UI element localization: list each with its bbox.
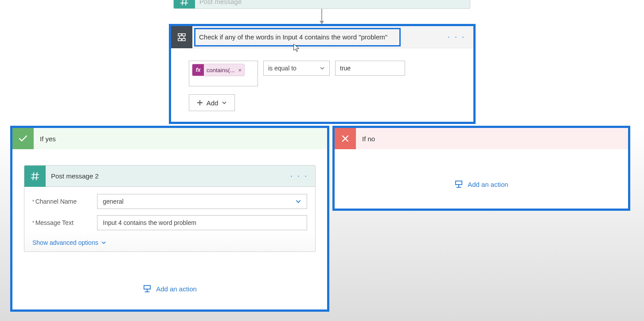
expression-pill[interactable]: fx contains(... ×: [192, 64, 245, 76]
condition-value-input[interactable]: true: [335, 61, 405, 76]
add-action-no-label: Add an action: [468, 181, 508, 188]
condition-title-input[interactable]: Check if any of the words in Input 4 con…: [194, 28, 401, 46]
condition-header[interactable]: Check if any of the words in Input 4 con…: [171, 26, 473, 48]
if-yes-header: If yes: [12, 128, 327, 149]
message-text-value: Input 4 contains the word problem: [103, 219, 196, 226]
add-label: Add: [207, 99, 219, 107]
chevron-down-icon: [222, 100, 227, 105]
connector-arrow: [321, 9, 322, 24]
condition-menu-button[interactable]: · · ·: [448, 32, 465, 42]
slack-icon: [174, 0, 195, 9]
show-advanced-options[interactable]: Show advanced options: [32, 239, 106, 246]
add-action-yes-label: Add an action: [156, 285, 197, 293]
add-condition-button[interactable]: Add: [189, 94, 235, 111]
slack-icon: [24, 166, 46, 187]
post-message-2-card: Post message 2 · · · Channel Name genera…: [24, 165, 316, 252]
channel-name-label: Channel Name: [32, 198, 97, 205]
advanced-label: Show advanced options: [32, 239, 98, 246]
chevron-down-icon: [295, 198, 301, 205]
add-action-no[interactable]: Add an action: [335, 180, 628, 188]
condition-card: Check if any of the words in Input 4 con…: [169, 24, 476, 124]
if-no-header: If no: [335, 128, 628, 149]
svg-rect-3: [456, 181, 462, 185]
close-icon: [335, 128, 356, 149]
message-text-label: Message Text: [32, 219, 97, 226]
expression-text: contains(...: [207, 67, 235, 73]
chevron-down-icon: [101, 240, 106, 245]
channel-name-select[interactable]: general: [97, 194, 307, 209]
prev-action-title: Post message: [199, 0, 242, 5]
add-action-icon: [454, 180, 463, 188]
condition-operator-select[interactable]: is equal to: [263, 61, 330, 76]
condition-icon: [171, 26, 192, 48]
remove-expression-icon[interactable]: ×: [238, 67, 242, 73]
if-yes-branch: If yes Post message 2 · · · Channel Name…: [10, 126, 329, 312]
condition-left-operand[interactable]: fx contains(... ×: [189, 61, 258, 86]
add-action-yes[interactable]: Add an action: [12, 285, 327, 293]
check-icon: [12, 128, 34, 149]
prev-action-card[interactable]: Post message: [173, 0, 470, 9]
if-no-title: If no: [362, 135, 375, 143]
svg-rect-0: [144, 286, 150, 289]
post-message-2-header[interactable]: Post message 2 · · ·: [24, 166, 315, 187]
plus-icon: [197, 100, 203, 106]
operator-text: is equal to: [268, 65, 297, 72]
if-no-branch: If no Add an action: [332, 126, 630, 211]
condition-value-text: true: [340, 65, 351, 72]
add-action-icon: [143, 285, 152, 293]
action-title: Post message 2: [51, 172, 99, 180]
condition-title-text: Check if any of the words in Input 4 con…: [199, 33, 387, 41]
fx-icon: fx: [192, 64, 204, 76]
action-menu-button[interactable]: · · ·: [290, 171, 308, 181]
chevron-down-icon: [320, 66, 325, 71]
channel-name-value: general: [103, 198, 124, 205]
if-yes-title: If yes: [40, 135, 56, 143]
message-text-input[interactable]: Input 4 contains the word problem: [97, 215, 307, 230]
